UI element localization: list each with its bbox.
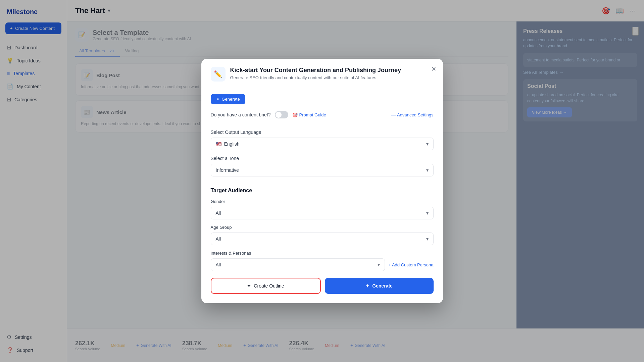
output-language-select[interactable]: 🇺🇸 English ▾ [211, 138, 434, 150]
chevron-down-gender-icon: ▾ [426, 210, 429, 216]
modal-footer: ✦ Create Outline ✦ Generate [211, 278, 434, 294]
flag-icon: 🇺🇸 [216, 141, 221, 147]
gender-select[interactable]: All ▾ [211, 207, 434, 219]
interests-label: Interests & Personas [211, 251, 434, 256]
minus-icon: — [391, 112, 396, 117]
tone-select[interactable]: Informative ▾ [211, 164, 434, 176]
chevron-down-age-icon: ▾ [426, 236, 429, 242]
modal-overlay: ✏️ Kick-start Your Content Generation an… [0, 0, 644, 362]
content-brief-left: Do you have a content brief? 🎯 Prompt Gu… [211, 111, 326, 118]
tone-label: Select a Tone [211, 156, 434, 161]
prompt-guide-button[interactable]: 🎯 Prompt Guide [292, 112, 326, 117]
content-brief-row: Do you have a content brief? 🎯 Prompt Gu… [211, 111, 434, 118]
gender-label: Gender [211, 199, 434, 204]
create-outline-button[interactable]: ✦ Create Outline [211, 278, 321, 294]
age-group-label: Age Group [211, 225, 434, 230]
content-brief-toggle[interactable] [275, 111, 288, 118]
advanced-settings-button[interactable]: — Advanced Settings [391, 112, 433, 117]
generate-top-button[interactable]: ✦ Generate [211, 94, 245, 104]
age-group-select[interactable]: All ▾ [211, 232, 434, 245]
modal-subtitle: Generate SEO-friendly and contextually c… [230, 75, 401, 80]
modal-header-text: Kick-start Your Content Generation and P… [230, 67, 401, 80]
modal-dialog: ✏️ Kick-start Your Content Generation an… [201, 59, 443, 303]
modal-title: Kick-start Your Content Generation and P… [230, 67, 401, 74]
output-language-value-area: 🇺🇸 English [216, 141, 240, 147]
content-brief-label: Do you have a content brief? [211, 112, 271, 117]
modal-header: ✏️ Kick-start Your Content Generation an… [201, 59, 443, 87]
divider-2 [211, 182, 434, 182]
interests-row: All ▾ + Add Custom Persona [211, 258, 434, 271]
chevron-down-tone-icon: ▾ [426, 167, 429, 173]
divider-1 [211, 124, 434, 124]
modal-body: ✦ Generate Do you have a content brief? … [201, 87, 443, 303]
modal-header-icon: ✏️ [211, 67, 226, 82]
generate-button[interactable]: ✦ Generate [325, 278, 434, 294]
modal-close-button[interactable]: ✕ [431, 65, 436, 73]
prompt-guide-icon: 🎯 [292, 112, 298, 117]
target-audience-title: Target Audience [211, 188, 434, 194]
add-custom-persona-button[interactable]: + Add Custom Persona [388, 262, 433, 267]
chevron-down-interests-icon: ▾ [378, 262, 380, 267]
output-language-label: Select Output Language [211, 130, 434, 135]
chevron-down-language-icon: ▾ [426, 141, 429, 147]
generate-sparkle-icon: ✦ [365, 283, 369, 289]
sparkle-generate-icon: ✦ [216, 97, 220, 102]
outline-sparkle-icon: ✦ [247, 283, 251, 289]
interests-select[interactable]: All ▾ [211, 258, 385, 271]
